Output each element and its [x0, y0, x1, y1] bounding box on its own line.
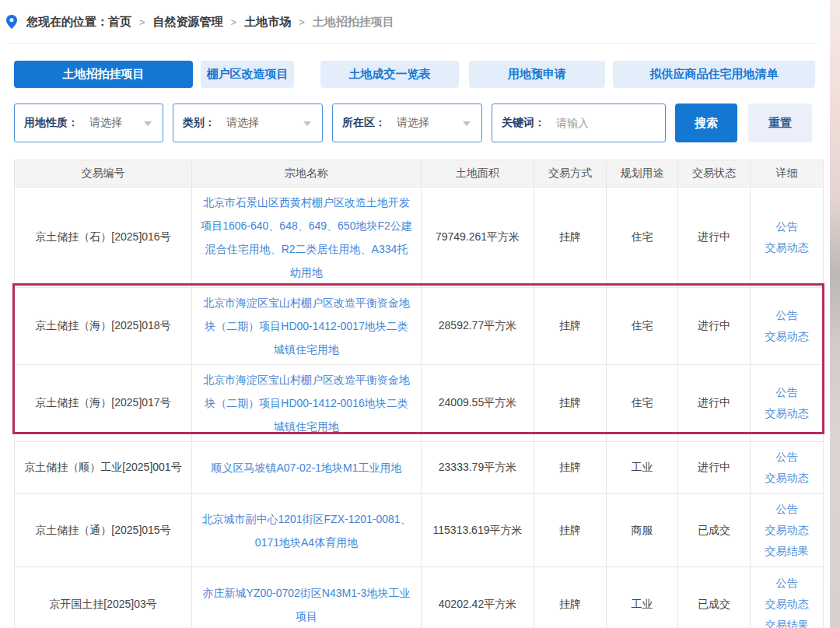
header-transaction-method: 交易方式 [534, 160, 607, 188]
land-nature-label: 用地性质： [24, 116, 79, 130]
cell-land-area: 40202.42平方米 [422, 567, 534, 628]
cell-transaction-method: 挂牌 [534, 567, 607, 628]
breadcrumb-item-land-market[interactable]: 土地市场 [244, 15, 291, 30]
tab-land-transaction-list[interactable]: 土地成交一览表 [320, 61, 459, 88]
cell-transaction-method: 挂牌 [534, 288, 607, 365]
cell-transaction-code: 京开国土挂[2025]03号 [15, 567, 192, 628]
keyword-input[interactable] [556, 117, 649, 129]
transaction-result-link[interactable]: 交易结果 [754, 541, 820, 562]
tab-land-pre-application[interactable]: 用地预申请 [469, 61, 605, 88]
chevron-down-icon [303, 121, 311, 126]
tab-planned-residential-land-list[interactable]: 拟供应商品住宅用地清单 [613, 61, 815, 88]
breadcrumb-prefix: 您现在的位置： [26, 15, 108, 30]
transaction-result-link[interactable]: 交易结果 [754, 615, 820, 628]
cell-transaction-code: 京土储挂（石）[2025]016号 [15, 188, 192, 288]
header-transaction-status: 交易状态 [678, 160, 751, 188]
tab-shantytown-renovation[interactable]: 棚户区改造项目 [201, 61, 294, 88]
cell-planned-use: 工业 [607, 567, 678, 628]
parcel-name-link[interactable]: 北京城市副中心1201街区FZX-1201-0081、0171地块A4体育用地 [200, 507, 413, 554]
category-select[interactable]: 类别： 请选择 [173, 103, 323, 142]
transaction-updates-link[interactable]: 交易动态 [754, 403, 820, 424]
header-transaction-code: 交易编号 [15, 160, 192, 188]
cell-planned-use: 商服 [607, 494, 678, 567]
district-select[interactable]: 所在区： 请选择 [332, 103, 482, 142]
table-row: 京土储挂（通）[2025]015号 北京城市副中心1201街区FZX-1201-… [15, 494, 824, 567]
cell-planned-use: 住宅 [607, 288, 678, 365]
cell-transaction-status: 进行中 [678, 188, 751, 288]
cell-transaction-method: 挂牌 [534, 365, 607, 442]
chevron-down-icon [463, 121, 471, 126]
announcement-link[interactable]: 公告 [754, 382, 820, 403]
category-value: 请选择 [226, 116, 259, 130]
transaction-updates-link[interactable]: 交易动态 [754, 237, 820, 258]
keyword-field[interactable]: 关键词： [492, 103, 666, 142]
breadcrumb-separator: > [299, 16, 305, 28]
breadcrumb-separator: > [231, 16, 237, 28]
transaction-updates-link[interactable]: 交易动态 [754, 326, 820, 347]
land-auction-table: 交易编号 宗地名称 土地面积 交易方式 规划用途 交易状态 详细 京土储挂（石）… [14, 160, 824, 628]
cell-transaction-method: 挂牌 [534, 442, 607, 494]
cell-transaction-code: 京土储挂（海）[2025]018号 [15, 288, 192, 365]
cell-transaction-status: 进行中 [678, 442, 751, 494]
table-row: 京开国土挂[2025]03号 亦庄新城YZ00-0702街区N43M1-3地块工… [15, 567, 824, 628]
parcel-name-link[interactable]: 亦庄新城YZ00-0702街区N43M1-3地块工业项目 [200, 581, 413, 628]
transaction-updates-link[interactable]: 交易动态 [754, 594, 820, 615]
parcel-name-link[interactable]: 北京市海淀区宝山村棚户区改造平衡资金地块（二期）项目HD00-1412-0016… [200, 368, 413, 438]
district-value: 请选择 [397, 116, 429, 130]
breadcrumb-separator: > [139, 16, 145, 28]
announcement-link[interactable]: 公告 [754, 305, 820, 326]
header-planned-use: 规划用途 [607, 160, 678, 188]
announcement-link[interactable]: 公告 [754, 216, 820, 237]
table-row: 京土储挂（顺）工业[2025]001号 顺义区马坡镇A07-02-1地块M1工业… [15, 442, 824, 494]
parcel-name-link[interactable]: 北京市海淀区宝山村棚户区改造平衡资金地块（二期）项目HD00-1412-0017… [200, 291, 413, 361]
transaction-updates-link[interactable]: 交易动态 [754, 468, 820, 489]
land-nature-value: 请选择 [89, 116, 122, 130]
cell-transaction-code: 京土储挂（通）[2025]015号 [15, 494, 192, 567]
cell-transaction-status: 进行中 [678, 365, 751, 442]
reset-button[interactable]: 重置 [748, 103, 812, 142]
land-nature-select[interactable]: 用地性质： 请选择 [14, 103, 163, 142]
cell-land-area: 24009.55平方米 [422, 365, 534, 442]
table-row: 京土储挂（海）[2025]018号 北京市海淀区宝山村棚户区改造平衡资金地块（二… [15, 288, 824, 365]
cell-land-area: 115313.619平方米 [422, 494, 534, 567]
header-parcel-name: 宗地名称 [192, 160, 422, 188]
parcel-name-link[interactable]: 顺义区马坡镇A07-02-1地块M1工业用地 [211, 456, 401, 479]
cell-transaction-status: 已成交 [678, 494, 751, 567]
cell-planned-use: 住宅 [607, 365, 678, 442]
cell-transaction-status: 进行中 [678, 288, 751, 365]
tab-bar: 土地招拍挂项目 棚户区改造项目 土地成交一览表 用地预申请 拟供应商品住宅用地清… [14, 61, 815, 88]
announcement-link[interactable]: 公告 [754, 447, 820, 468]
location-pin-icon [6, 15, 26, 29]
cell-planned-use: 住宅 [607, 188, 678, 288]
announcement-link[interactable]: 公告 [754, 499, 820, 520]
table-row: 京土储挂（石）[2025]016号 北京市石景山区西黄村棚户区改造土地开发项目1… [15, 188, 824, 288]
cell-transaction-code: 京土储挂（海）[2025]017号 [15, 365, 192, 442]
chevron-down-icon [144, 121, 152, 126]
tab-land-auction-projects[interactable]: 土地招拍挂项目 [14, 61, 193, 88]
cell-planned-use: 工业 [607, 442, 678, 494]
table-header-row: 交易编号 宗地名称 土地面积 交易方式 规划用途 交易状态 详细 [15, 160, 824, 188]
header-land-area: 土地面积 [422, 160, 534, 188]
cell-transaction-method: 挂牌 [534, 188, 607, 288]
cell-land-area: 28592.77平方米 [422, 288, 534, 365]
divider [6, 43, 818, 44]
breadcrumb: 您现在的位置： 首页 > 自然资源管理 > 土地市场 > 土地招拍挂项目 [6, 14, 394, 30]
district-label: 所在区： [342, 116, 386, 130]
filter-bar: 用地性质： 请选择 类别： 请选择 所在区： 请选择 关键词： 搜索 重置 [14, 103, 823, 142]
keyword-label: 关键词： [502, 116, 545, 130]
cell-land-area: 23333.79平方米 [422, 442, 534, 494]
page-edge-background [830, 0, 840, 628]
category-label: 类别： [183, 116, 215, 130]
announcement-link[interactable]: 公告 [754, 573, 820, 594]
breadcrumb-item-current: 土地招拍挂项目 [313, 15, 394, 30]
breadcrumb-item-home[interactable]: 首页 [108, 15, 131, 30]
parcel-name-link[interactable]: 北京市石景山区西黄村棚户区改造土地开发项目1606-640、648、649、65… [200, 191, 413, 284]
search-button[interactable]: 搜索 [675, 103, 737, 142]
table-row: 京土储挂（海）[2025]017号 北京市海淀区宝山村棚户区改造平衡资金地块（二… [15, 365, 824, 442]
transaction-updates-link[interactable]: 交易动态 [754, 520, 820, 541]
cell-land-area: 79749.261平方米 [422, 188, 534, 288]
cell-transaction-code: 京土储挂（顺）工业[2025]001号 [15, 442, 192, 494]
cell-transaction-method: 挂牌 [534, 494, 607, 567]
cell-transaction-status: 已成交 [678, 567, 751, 628]
breadcrumb-item-natural-resources[interactable]: 自然资源管理 [153, 15, 223, 30]
